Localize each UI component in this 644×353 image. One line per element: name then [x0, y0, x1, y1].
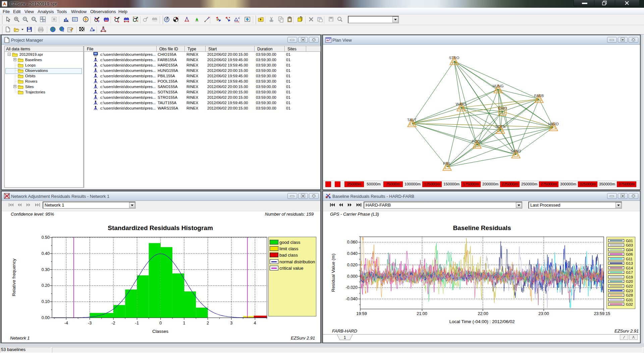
svg-text:HUNG: HUNG [493, 84, 503, 88]
svg-text:4: 4 [254, 321, 256, 325]
svg-text:PBIL: PBIL [443, 162, 451, 166]
svg-text:CHIO: CHIO [498, 106, 507, 110]
svg-text:0.10: 0.10 [42, 299, 50, 304]
svg-text:1: 1 [344, 335, 346, 340]
svg-text:-3: -3 [88, 321, 92, 325]
svg-text:0.30: 0.30 [42, 267, 50, 272]
svg-text:0.040: 0.040 [347, 251, 358, 256]
svg-text:0.060: 0.060 [347, 240, 358, 245]
svg-text:POOL: POOL [472, 139, 482, 143]
svg-text:0.020: 0.020 [347, 263, 358, 267]
svg-text:Classes: Classes [152, 329, 168, 334]
svg-text:1: 1 [183, 321, 185, 325]
svg-text:WARS: WARS [456, 102, 467, 106]
svg-text:SANO: SANO [511, 149, 521, 153]
svg-text:HARD: HARD [548, 122, 558, 126]
svg-text:Standardized Residuals Histogr: Standardized Residuals Histogram [108, 224, 213, 231]
svg-text:Baseline Residuals: Baseline Residuals [453, 224, 511, 231]
svg-text:23:00: 23:00 [538, 311, 549, 316]
svg-text:-4: -4 [64, 321, 68, 325]
svg-text:-2: -2 [111, 321, 115, 325]
svg-text:TAUT: TAUT [407, 118, 417, 122]
svg-text:0.20: 0.20 [42, 283, 50, 288]
svg-text:23:59:15: 23:59:15 [594, 311, 610, 316]
svg-text:3: 3 [230, 321, 232, 325]
svg-text:19:59: 19:59 [356, 311, 367, 316]
svg-text:-0.020: -0.020 [346, 285, 358, 290]
svg-text:21:00: 21:00 [417, 311, 427, 316]
svg-text:2: 2 [207, 321, 209, 325]
svg-text:0.50: 0.50 [42, 235, 50, 240]
svg-text:0.40: 0.40 [42, 251, 50, 256]
svg-text:0.000: 0.000 [347, 274, 358, 279]
svg-text:0.00: 0.00 [42, 315, 50, 320]
svg-text:Residual Value (m): Residual Value (m) [331, 254, 336, 292]
svg-text:STRO: STRO [449, 56, 460, 60]
svg-text:22:00: 22:00 [478, 311, 488, 316]
svg-text:SOTN: SOTN [495, 125, 506, 129]
svg-text:0: 0 [159, 321, 162, 325]
svg-text:Local Time (-04:00) : 2012/06/: Local Time (-04:00) : 2012/06/02 [449, 319, 515, 324]
svg-text:Relative frequency: Relative frequency [11, 259, 16, 296]
svg-text:-1: -1 [135, 321, 139, 325]
svg-text:-0.040: -0.040 [346, 297, 358, 301]
svg-text:FARB: FARB [534, 94, 544, 98]
